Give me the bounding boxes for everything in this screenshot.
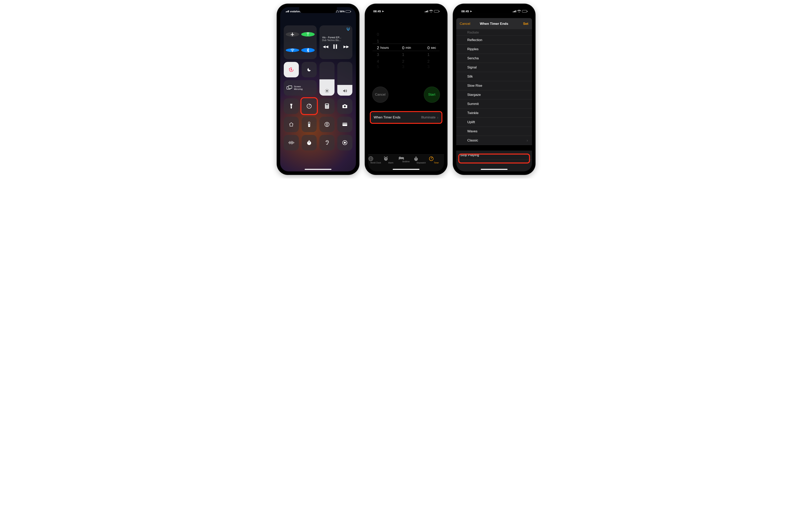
list-item[interactable]: Silk <box>456 72 532 81</box>
cancel-button[interactable]: Cancel <box>460 22 470 26</box>
notch <box>475 7 513 13</box>
cancel-button[interactable]: Cancel <box>372 86 388 103</box>
brightness-slider[interactable] <box>319 62 335 95</box>
minutes-wheel[interactable]: 0min 1 2 3 <box>394 31 418 71</box>
list-item[interactable]: Twinkle <box>456 109 532 118</box>
sound-list[interactable]: Radiate Reflection Ripples Sencha Signal… <box>456 30 532 171</box>
svg-rect-1 <box>338 12 339 12</box>
cellular-toggle[interactable] <box>301 32 315 36</box>
do-not-disturb-toggle[interactable] <box>301 62 317 77</box>
svg-point-23 <box>326 106 327 106</box>
airplane-toggle[interactable] <box>286 32 299 36</box>
bed-icon <box>398 156 413 160</box>
pause-button[interactable]: ▍▍ <box>334 45 338 49</box>
remote-icon <box>308 121 310 127</box>
calculator-button[interactable] <box>319 99 335 114</box>
camera-button[interactable] <box>337 99 352 114</box>
now-playing-module[interactable]: Vis - Forest EP... Dub Techno Blo... ◀◀ … <box>319 25 352 59</box>
svg-point-31 <box>344 105 346 107</box>
home-indicator[interactable] <box>393 169 419 170</box>
home-indicator[interactable] <box>304 169 331 170</box>
remote-button[interactable] <box>301 117 317 132</box>
svg-rect-5 <box>291 69 292 71</box>
svg-point-2 <box>308 34 308 34</box>
svg-point-22 <box>326 106 326 106</box>
calculator-icon <box>325 103 329 109</box>
hearing-button[interactable] <box>319 135 335 151</box>
bluetooth-icon <box>307 48 309 52</box>
section-gap <box>456 145 532 151</box>
timer-icon <box>307 104 312 109</box>
list-item[interactable]: Sencha <box>456 54 532 63</box>
connectivity-module[interactable] <box>284 25 317 59</box>
bluetooth-toggle[interactable] <box>301 48 315 52</box>
location-icon: ➤ <box>382 10 384 13</box>
svg-point-50 <box>344 142 346 144</box>
set-button[interactable]: Set <box>523 22 528 26</box>
screen-record-button[interactable] <box>337 135 352 151</box>
airplane-icon <box>290 32 295 36</box>
when-timer-ends-row[interactable]: When Timer Ends Illuminate › <box>371 112 441 122</box>
prev-track-button[interactable]: ◀◀ <box>323 45 328 49</box>
wte-value: Illuminate <box>421 115 436 119</box>
wallet-button[interactable] <box>337 117 352 132</box>
airplay-icon[interactable] <box>346 27 350 31</box>
svg-rect-56 <box>415 157 416 157</box>
alarm-icon <box>383 156 398 161</box>
signal-icon <box>286 10 289 13</box>
svg-point-25 <box>326 107 326 107</box>
svg-rect-33 <box>309 122 310 124</box>
phone-2-frame: 08:45 ➤ 0 1 2hours 3 4 5 0min <box>365 4 447 174</box>
notch <box>387 7 425 13</box>
sun-icon <box>325 88 329 93</box>
svg-line-14 <box>328 89 328 90</box>
stopwatch-button[interactable] <box>301 135 317 151</box>
hours-wheel[interactable]: 0 1 2hours 3 4 5 <box>368 31 394 71</box>
svg-point-30 <box>327 108 328 108</box>
list-item[interactable]: Slow Rise <box>456 81 532 90</box>
svg-rect-47 <box>309 140 310 141</box>
wallet-icon <box>342 122 348 127</box>
next-track-button[interactable]: ▶▶ <box>343 45 349 49</box>
clock-label: 08:45 <box>461 9 469 13</box>
wifi-toggle[interactable] <box>286 48 299 52</box>
list-item[interactable]: Stargaze <box>456 90 532 100</box>
wifi-icon <box>517 10 521 12</box>
audio-recognition-button[interactable] <box>284 135 299 151</box>
clock-label: 08:45 <box>373 9 381 13</box>
speaker-icon <box>343 88 347 93</box>
list-item[interactable]: Signal <box>456 63 532 72</box>
location-icon: ➤ <box>470 10 472 13</box>
tab-timer[interactable]: Timer <box>429 156 444 171</box>
notch <box>299 7 337 13</box>
screen-mirroring-button[interactable]: Screen Mirroring <box>284 80 317 95</box>
time-picker[interactable]: 0 1 2hours 3 4 5 0min 1 2 3 0sec 1 2 3 <box>368 31 444 71</box>
tab-world-clock[interactable]: World Clock <box>368 156 383 171</box>
flashlight-icon <box>290 103 293 109</box>
list-item[interactable]: Radiate <box>456 30 532 35</box>
list-item[interactable]: Summit <box>456 100 532 109</box>
screen-mirroring-label: Screen Mirroring <box>294 85 306 90</box>
flashlight-button[interactable] <box>284 99 299 114</box>
list-item[interactable]: Ripples <box>456 45 532 54</box>
svg-point-26 <box>326 107 327 107</box>
svg-line-11 <box>326 89 326 90</box>
home-indicator[interactable] <box>481 169 508 170</box>
timer-shortcut-button[interactable] <box>301 99 317 114</box>
orientation-lock-toggle[interactable] <box>284 62 299 77</box>
list-item[interactable]: Reflection <box>456 35 532 45</box>
wifi-icon <box>290 48 295 52</box>
accessibility-icon <box>324 122 329 127</box>
seconds-wheel[interactable]: 0sec 1 2 3 <box>418 31 444 71</box>
accessibility-button[interactable] <box>319 117 335 132</box>
stop-playing-row[interactable]: Stop Playing <box>456 151 532 160</box>
home-button[interactable] <box>284 117 299 132</box>
list-item[interactable]: Waves <box>456 127 532 136</box>
volume-slider[interactable] <box>337 62 352 95</box>
home-icon <box>289 122 294 127</box>
start-button[interactable]: Start <box>424 86 440 103</box>
list-item[interactable]: Uplift <box>456 118 532 127</box>
classic-row[interactable]: Classic <box>456 136 532 145</box>
rotation-lock-icon <box>289 67 294 73</box>
camera-icon <box>342 104 348 108</box>
